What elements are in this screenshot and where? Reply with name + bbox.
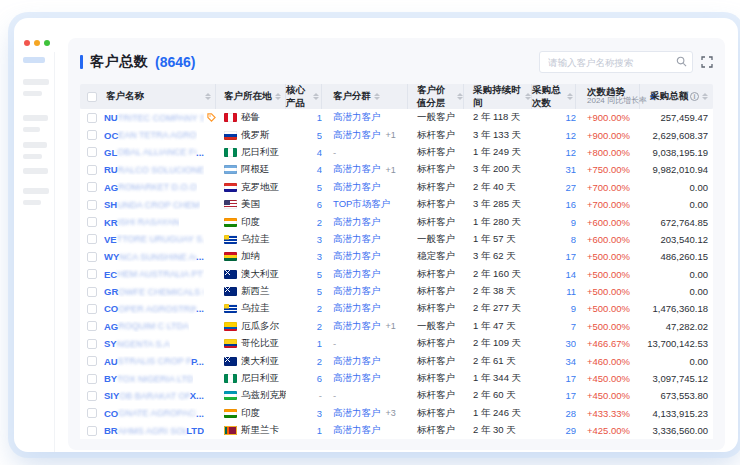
row-checkbox[interactable] — [87, 234, 97, 244]
window-minimize-dot[interactable] — [34, 40, 40, 46]
table-row[interactable]: RURALCO SOLUCIONES S.S阿根廷4高潜力客户+1标杆客户3 年… — [80, 161, 713, 178]
table-row[interactable]: SYNGENTA S.A哥伦比亚1-标杆客户2 年 109 天30+466.67… — [80, 335, 713, 352]
sidebar-item-skeleton[interactable] — [23, 79, 49, 85]
segment-link[interactable]: 高潜力客户 — [333, 129, 381, 142]
sidebar-item-skeleton[interactable] — [23, 200, 41, 205]
purchase-count-cell[interactable]: 30 — [532, 338, 576, 349]
table-row[interactable]: GROWFE CHEMICALS LIMITED新西兰5高潜力客户标杆客户2 年… — [80, 283, 713, 300]
customer-name-link[interactable]: KRISHI RASAYAN — [104, 217, 179, 228]
table-row[interactable]: BRAHMS AGRI SOLUTIONS PVT LTD斯里兰卡1高潜力客户标… — [80, 422, 713, 439]
core-products-cell[interactable]: 3 — [286, 234, 322, 245]
table-row[interactable]: GLOBAL ALLIANCE FOR CHEMICA...尼日利亚4-标杆客户… — [80, 144, 713, 161]
sort-icon[interactable] — [205, 93, 211, 100]
purchase-count-cell[interactable]: 9 — [532, 217, 576, 228]
row-checkbox[interactable] — [87, 304, 97, 314]
purchase-count-cell[interactable]: 17 — [532, 373, 576, 384]
column-header-count[interactable]: 采购总次数 — [532, 84, 576, 109]
row-checkbox[interactable] — [87, 165, 97, 175]
segment-link[interactable]: 高潜力客户 — [333, 163, 381, 176]
customer-name-link[interactable]: ECHEM AUSTRALIA PTY LIMITED — [104, 269, 204, 280]
table-row[interactable]: NUTRITEC COMPANY S.A.C秘鲁1高潜力客户一般客户2 年 11… — [80, 109, 713, 126]
core-products-cell[interactable]: 6 — [286, 373, 322, 384]
core-products-cell[interactable]: 5 — [286, 286, 322, 297]
purchase-count-cell[interactable]: 34 — [532, 356, 576, 367]
customer-name-link[interactable]: BRAHMS AGRI SOLUTIONS PVT LTD — [104, 425, 204, 436]
column-header-duration[interactable]: 采购持续时间 — [464, 84, 532, 109]
customer-name-link[interactable]: COGNATE AGROPACK PRIVATE... — [104, 408, 204, 419]
core-products-cell[interactable]: 5 — [286, 269, 322, 280]
purchase-count-cell[interactable]: 27 — [532, 182, 576, 193]
select-all-checkbox[interactable] — [87, 92, 97, 102]
row-checkbox[interactable] — [87, 356, 97, 366]
table-row[interactable]: WYNCA SUNSHINE AGRO PRODU...加纳3高潜力客户稳定客户… — [80, 248, 713, 265]
sidebar-item-skeleton[interactable] — [23, 154, 42, 159]
table-row[interactable]: AGROMARKET D.O.O克罗地亚5高潜力客户标杆客户2 年 40 天27… — [80, 179, 713, 196]
customer-name-link[interactable]: AUSTRALIS CROP PROTECTIONP... — [104, 356, 204, 367]
core-products-cell[interactable]: 1 — [286, 425, 322, 436]
core-products-cell[interactable]: 4 — [286, 147, 322, 158]
column-header-core[interactable]: 核心产品 — [286, 84, 322, 109]
core-products-cell[interactable]: 6 — [286, 199, 322, 210]
sort-icon[interactable] — [275, 93, 281, 100]
purchase-count-cell[interactable]: 7 — [532, 321, 576, 332]
customer-name-link[interactable]: BYTOX NIGERIA LTD — [104, 373, 193, 384]
sort-icon[interactable] — [457, 93, 463, 100]
segment-link[interactable]: 高潜力客户 — [333, 302, 381, 315]
customer-name-link[interactable]: GROWFE CHEMICALS LIMITED — [104, 286, 204, 297]
purchase-count-cell[interactable]: 29 — [532, 425, 576, 436]
core-products-cell[interactable]: 2 — [286, 321, 322, 332]
column-header-location[interactable]: 客户所在地 — [216, 84, 286, 109]
column-header-trend[interactable]: 次数趋势2024 同比增长率 — [576, 84, 640, 109]
column-header-tier[interactable]: 客户价值分层 — [408, 84, 464, 109]
segment-link[interactable]: 高潜力客户 — [333, 250, 381, 263]
core-products-cell[interactable]: 2 — [286, 356, 322, 367]
segment-link[interactable]: 高潜力客户 — [333, 285, 381, 298]
sidebar-item-skeleton[interactable] — [23, 142, 47, 148]
table-row[interactable]: AUSTRALIS CROP PROTECTIONP...澳大利亚2高潜力客户标… — [80, 352, 713, 369]
purchase-count-cell[interactable]: 28 — [532, 408, 576, 419]
table-row[interactable]: KRISHI RASAYAN印度2高潜力客户标杆客户1 年 280 天9+600… — [80, 213, 713, 230]
table-row[interactable]: VETTORE URUGUAY S.R.L乌拉圭3高潜力客户一般客户1 年 57… — [80, 231, 713, 248]
customer-name-link[interactable]: SHUNDA CROP CHEM — [104, 199, 200, 210]
segment-link[interactable]: 高潜力客户 — [333, 424, 381, 437]
customer-name-link[interactable]: NUTRITEC COMPANY S.A.C — [104, 112, 204, 123]
purchase-count-cell[interactable]: 16 — [532, 199, 576, 210]
row-checkbox[interactable] — [87, 287, 97, 297]
customer-name-link[interactable]: SYNGENTA S.A — [104, 338, 170, 349]
row-checkbox[interactable] — [87, 374, 97, 384]
segment-link[interactable]: 高潜力客户 — [333, 355, 381, 368]
core-products-cell[interactable]: 5 — [286, 130, 322, 141]
customer-name-link[interactable]: COOPER AGROSTRINA ALDINO R... — [104, 303, 204, 314]
sidebar-item-skeleton[interactable] — [23, 127, 40, 132]
row-checkbox[interactable] — [87, 147, 97, 157]
sidebar-item-skeleton[interactable] — [23, 115, 48, 121]
sidebar-item-active-skeleton[interactable] — [23, 57, 45, 63]
sort-icon[interactable] — [313, 93, 319, 100]
table-row[interactable]: COGNATE AGROPACK PRIVATE...印度3高潜力客户+3标杆客… — [80, 405, 713, 422]
segment-link[interactable]: 高潜力客户 — [333, 268, 381, 281]
purchase-count-cell[interactable]: 12 — [532, 112, 576, 123]
row-checkbox[interactable] — [87, 391, 97, 401]
segment-link[interactable]: TOP市场客户 — [333, 198, 390, 211]
core-products-cell[interactable]: 1 — [286, 338, 322, 349]
row-checkbox[interactable] — [87, 113, 97, 123]
row-checkbox[interactable] — [87, 269, 97, 279]
segment-link[interactable]: 高潜力客户 — [333, 216, 381, 229]
core-products-cell[interactable]: 2 — [286, 303, 322, 314]
customer-name-link[interactable]: AGROQUIM C LTDA — [104, 321, 189, 332]
customer-name-link[interactable]: SIYOB BARAKAT ORZU FERMERX... — [104, 390, 204, 401]
purchase-count-cell[interactable]: 14 — [532, 269, 576, 280]
column-header-total[interactable]: 采购总额i — [640, 84, 713, 109]
fullscreen-expand-icon[interactable] — [701, 56, 713, 68]
window-zoom-dot[interactable] — [44, 40, 50, 46]
column-header-segment[interactable]: 客户分群 — [322, 84, 408, 109]
sidebar-item-skeleton[interactable] — [23, 188, 49, 194]
table-row[interactable]: ECHEM AUSTRALIA PTY LIMITED澳大利亚5高潜力客户标杆客… — [80, 266, 713, 283]
table-row[interactable]: SHUNDA CROP CHEM美国6TOP市场客户标杆客户3 年 285 天1… — [80, 196, 713, 213]
row-checkbox[interactable] — [87, 426, 97, 436]
segment-link[interactable]: 高潜力客户 — [333, 320, 381, 333]
search-input[interactable] — [539, 51, 693, 73]
search-icon[interactable] — [676, 56, 687, 67]
row-checkbox[interactable] — [87, 252, 97, 262]
row-checkbox[interactable] — [87, 200, 97, 210]
